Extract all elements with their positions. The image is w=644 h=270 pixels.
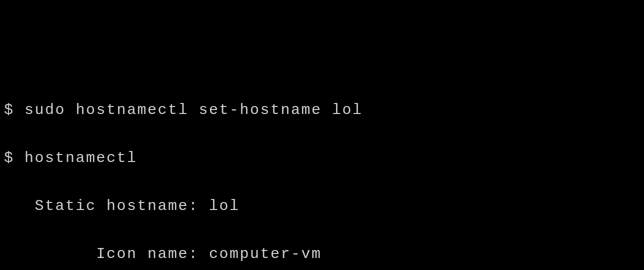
shell-prompt: $	[4, 150, 24, 166]
shell-prompt: $	[4, 102, 24, 118]
command-line-2[interactable]: $ hostnamectl	[4, 146, 640, 170]
output-value: lol	[209, 198, 240, 214]
output-label: Static hostname:	[4, 198, 209, 214]
output-label: Icon name:	[4, 246, 209, 262]
output-icon-name: Icon name: computer-vm	[4, 242, 640, 266]
command-text: sudo hostnamectl set-hostname lol	[24, 102, 363, 118]
output-value: computer-vm	[209, 246, 322, 262]
output-static-hostname: Static hostname: lol	[4, 194, 640, 218]
command-line-1[interactable]: $ sudo hostnamectl set-hostname lol	[4, 98, 640, 122]
command-text: hostnamectl	[24, 150, 138, 166]
